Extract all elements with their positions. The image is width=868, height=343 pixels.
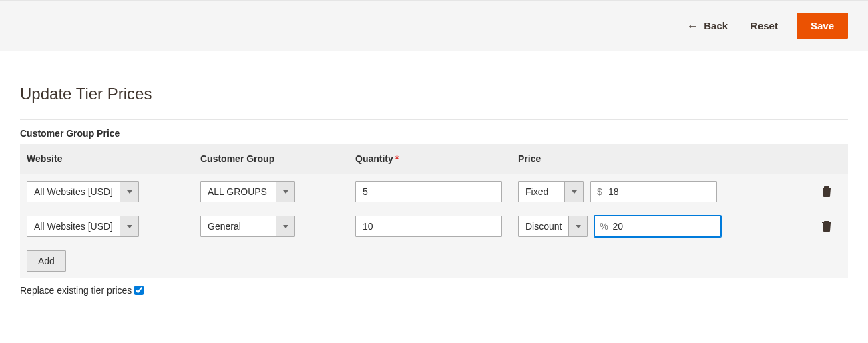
col-price-header: Price (511, 144, 808, 174)
chevron-down-icon (120, 216, 138, 236)
price-input-wrap: $ (590, 181, 717, 202)
customer-group-select[interactable]: ALL GROUPS (200, 181, 295, 202)
reset-button[interactable]: Reset (746, 15, 782, 37)
price-prefix: $ (591, 186, 608, 197)
col-customer-group-header: Customer Group (194, 144, 349, 174)
col-quantity-header: Quantity* (349, 144, 511, 174)
website-select[interactable]: All Websites [USD] (27, 181, 139, 202)
price-type-select[interactable]: Discount (518, 216, 588, 237)
chevron-down-icon (564, 182, 583, 202)
col-website-header: Website (20, 144, 194, 174)
chevron-down-icon (120, 182, 138, 202)
delete-row-button[interactable] (819, 217, 835, 236)
divider (20, 119, 848, 120)
trash-icon (821, 189, 832, 199)
price-input[interactable] (608, 182, 716, 202)
add-row: Add (20, 244, 848, 278)
price-input[interactable] (612, 216, 720, 236)
arrow-left-icon: ← (686, 20, 698, 32)
trash-icon (821, 224, 832, 234)
page-title: Update Tier Prices (20, 85, 848, 103)
table-row: All Websites [USD]GeneralDiscount% (20, 209, 848, 244)
chevron-down-icon (276, 182, 294, 202)
back-button-label: Back (704, 20, 728, 31)
header-actions: ← Back Reset Save (0, 0, 868, 51)
table-row: All Websites [USD]ALL GROUPSFixed$ (20, 174, 848, 210)
tier-price-table: Website Customer Group Quantity* Price A… (20, 144, 848, 278)
price-type-select-value: Fixed (519, 182, 564, 202)
replace-row: Replace existing tier prices (20, 285, 848, 296)
table-header-row: Website Customer Group Quantity* Price (20, 144, 848, 174)
price-input-wrap: % (594, 216, 721, 237)
replace-checkbox[interactable] (134, 286, 144, 295)
quantity-input[interactable] (355, 181, 502, 202)
delete-row-button[interactable] (819, 182, 835, 202)
add-button[interactable]: Add (27, 250, 66, 272)
website-select-value: All Websites [USD] (27, 216, 120, 236)
save-button[interactable]: Save (797, 13, 848, 39)
website-select-value: All Websites [USD] (27, 182, 120, 202)
replace-label: Replace existing tier prices (20, 285, 132, 296)
reset-button-label: Reset (750, 20, 778, 31)
customer-group-select-value: General (201, 216, 276, 236)
required-star-icon: * (395, 153, 399, 164)
quantity-input[interactable] (355, 216, 502, 237)
chevron-down-icon (276, 216, 294, 236)
save-button-label: Save (811, 20, 834, 31)
chevron-down-icon (568, 216, 587, 236)
col-delete-header (808, 144, 848, 174)
customer-group-select[interactable]: General (200, 216, 295, 237)
customer-group-select-value: ALL GROUPS (201, 182, 276, 202)
website-select[interactable]: All Websites [USD] (27, 216, 139, 237)
price-type-select-value: Discount (519, 216, 568, 236)
section-label: Customer Group Price (20, 128, 848, 139)
back-button[interactable]: ← Back (682, 15, 732, 37)
price-type-select[interactable]: Fixed (518, 181, 584, 202)
price-prefix: % (595, 221, 612, 232)
